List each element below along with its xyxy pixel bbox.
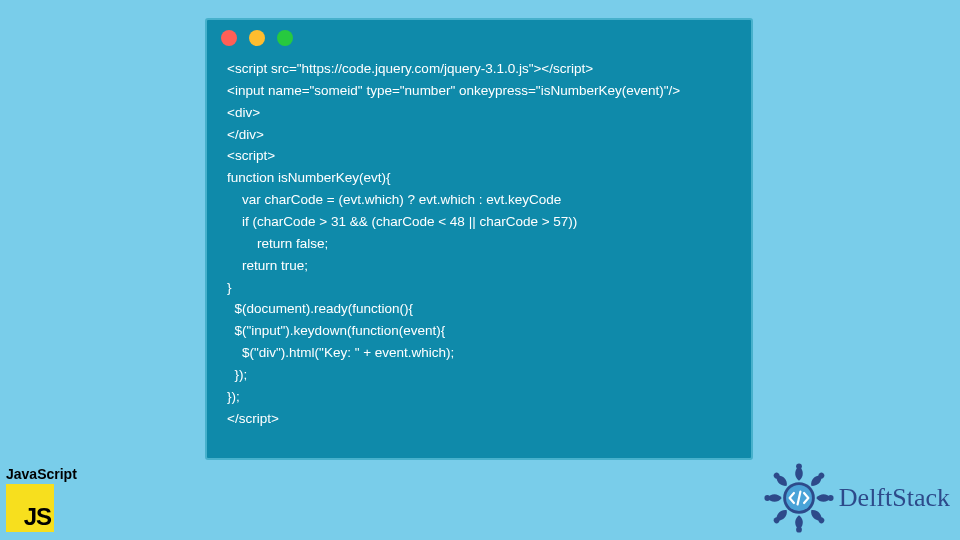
delftstack-logo-icon <box>763 462 835 534</box>
window-titlebar <box>207 20 751 56</box>
javascript-badge: JavaScript JS <box>6 466 77 532</box>
code-block: <script src="https://code.jquery.com/jqu… <box>207 56 751 446</box>
delftstack-brand: DelftStack <box>763 462 950 534</box>
maximize-icon[interactable] <box>277 30 293 46</box>
javascript-label: JavaScript <box>6 466 77 482</box>
close-icon[interactable] <box>221 30 237 46</box>
minimize-icon[interactable] <box>249 30 265 46</box>
code-window: <script src="https://code.jquery.com/jqu… <box>205 18 753 460</box>
javascript-logo-icon: JS <box>6 484 54 532</box>
svg-point-1 <box>796 463 802 469</box>
delftstack-text: DelftStack <box>839 483 950 513</box>
